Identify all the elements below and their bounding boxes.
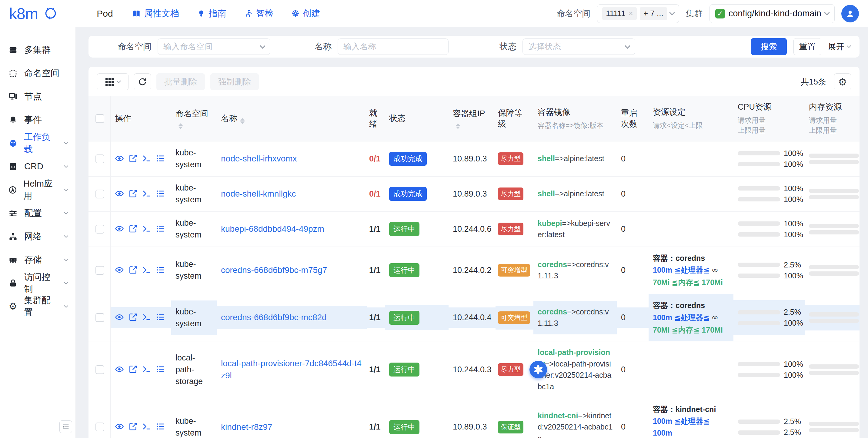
ready-count: 0/1 xyxy=(369,154,381,163)
row-checkbox[interactable] xyxy=(95,190,104,198)
sidebar-item-label: 多集群 xyxy=(24,44,51,56)
row-checkbox[interactable] xyxy=(95,423,104,431)
pod-namespace: local-path-storage xyxy=(176,353,203,386)
sidebar-item-存储[interactable]: 存储 xyxy=(0,248,75,271)
pod-name-link[interactable]: kubepi-68ddbbd494-49pzm xyxy=(221,224,324,234)
chevron-down-icon xyxy=(64,140,68,144)
sidebar-item-多集群[interactable]: 多集群 xyxy=(0,38,75,62)
sidebar-item-节点[interactable]: 节点 xyxy=(0,85,75,108)
terminal-button[interactable] xyxy=(142,154,151,164)
force-delete-button[interactable]: 强制删除 xyxy=(210,73,259,90)
select-all-checkbox[interactable] xyxy=(95,114,104,123)
terminal-button[interactable] xyxy=(142,422,151,432)
row-checkbox[interactable] xyxy=(95,155,104,163)
row-checkbox[interactable] xyxy=(95,365,104,374)
view-button[interactable] xyxy=(115,224,124,234)
view-button[interactable] xyxy=(115,422,124,432)
edit-button[interactable] xyxy=(128,365,137,375)
row-checkbox[interactable] xyxy=(95,225,104,234)
log-button[interactable] xyxy=(156,224,165,234)
row-checkbox[interactable] xyxy=(95,266,104,275)
network-icon xyxy=(8,232,18,241)
namespace-multiselect[interactable]: 11111 × + 7 ... xyxy=(597,4,679,23)
view-button[interactable] xyxy=(115,154,124,164)
nav-label: 创建 xyxy=(303,7,320,20)
pod-name-link[interactable]: node-shell-irhxvomx xyxy=(221,154,297,163)
edit-icon xyxy=(128,265,137,275)
sidebar-item-Helm应用[interactable]: Helm应用 xyxy=(0,178,75,201)
search-button[interactable]: 搜索 xyxy=(751,38,787,55)
table-settings-button[interactable]: ⚙ xyxy=(834,73,851,90)
user-avatar[interactable] xyxy=(841,5,859,23)
terminal-button[interactable] xyxy=(142,265,151,275)
sidebar-item-CRD[interactable]: CRD xyxy=(0,155,75,178)
edit-button[interactable] xyxy=(128,422,137,432)
qos-badge: 可突增型 xyxy=(498,311,530,324)
sidebar: 多集群命名空间节点事件工作负载CRDHelm应用配置网络存储访问控制⚙集群配置 xyxy=(0,27,76,438)
nav-属性文档[interactable]: 属性文档 xyxy=(132,7,179,20)
col-header-namespace[interactable]: 命名空间 xyxy=(171,103,217,134)
sidebar-collapse-button[interactable] xyxy=(59,420,72,433)
app-logo[interactable]: k8m xyxy=(9,4,38,23)
github-icon[interactable] xyxy=(44,7,57,20)
sidebar-item-网络[interactable]: 网络 xyxy=(0,225,75,248)
pod-name-link[interactable]: coredns-668d6bf9bc-mc82d xyxy=(221,313,327,322)
view-button[interactable] xyxy=(115,265,124,275)
cpu-usage: 2.5%2.5% xyxy=(734,409,805,438)
column-layout-button[interactable] xyxy=(97,73,128,90)
terminal-button[interactable] xyxy=(142,313,151,323)
filter-name-input[interactable] xyxy=(338,38,448,55)
edit-button[interactable] xyxy=(128,189,137,199)
terminal-button[interactable] xyxy=(142,224,151,234)
nav-智检[interactable]: 智检 xyxy=(244,7,274,20)
col-header-name[interactable]: 名称 xyxy=(217,107,367,129)
terminal-icon xyxy=(142,189,151,199)
nav-指南[interactable]: 指南 xyxy=(197,7,226,20)
filter-status-select[interactable]: 选择状态 xyxy=(523,38,635,55)
resource-settings: 容器：kindnet-cni100m ≦处理器≦ 100m50Mi ≦内存≦ 5… xyxy=(653,403,730,438)
filter-namespace-select[interactable]: 输入命名空间 xyxy=(158,38,270,55)
log-button[interactable] xyxy=(156,365,165,375)
cluster-select[interactable]: ✓ config/kind-kind-domain xyxy=(710,4,835,23)
edit-button[interactable] xyxy=(128,313,137,323)
terminal-button[interactable] xyxy=(142,189,151,199)
row-checkbox[interactable] xyxy=(95,313,104,322)
log-button[interactable] xyxy=(156,422,165,432)
sidebar-item-工作负载[interactable]: 工作负载 xyxy=(0,131,75,155)
memory-usage xyxy=(805,357,860,382)
pod-namespace: kube-system xyxy=(176,148,202,169)
reset-button[interactable]: 重置 xyxy=(794,38,821,55)
ai-assistant-button[interactable] xyxy=(529,361,547,378)
batch-delete-button[interactable]: 批量删除 xyxy=(156,73,205,90)
view-button[interactable] xyxy=(115,313,124,323)
expand-link[interactable]: 展开 xyxy=(828,41,850,52)
log-button[interactable] xyxy=(156,265,165,275)
pod-name-link[interactable]: coredns-668d6bf9bc-m75g7 xyxy=(221,265,327,275)
view-button[interactable] xyxy=(115,365,124,375)
refresh-button[interactable] xyxy=(134,73,151,90)
container-image: local-path-provisioner=>local-path-provi… xyxy=(538,347,613,392)
pod-name-link[interactable]: kindnet-r8z97 xyxy=(221,422,273,432)
edit-button[interactable] xyxy=(128,265,137,275)
sidebar-item-配置[interactable]: 配置 xyxy=(0,201,75,225)
memory-usage xyxy=(805,216,860,242)
edit-button[interactable] xyxy=(128,224,137,234)
sidebar-item-集群配置[interactable]: ⚙集群配置 xyxy=(0,295,75,318)
edit-button[interactable] xyxy=(128,154,137,164)
terminal-button[interactable] xyxy=(142,365,151,375)
log-button[interactable] xyxy=(156,154,165,164)
col-header-pod-ip[interactable]: 容器组IP xyxy=(448,103,496,134)
log-button[interactable] xyxy=(156,189,165,199)
sidebar-item-事件[interactable]: 事件 xyxy=(0,108,75,131)
log-button[interactable] xyxy=(156,313,165,323)
pod-name-link[interactable]: local-path-provisioner-7dc846544d-t4z9l xyxy=(221,359,362,380)
pod-ip: 10.89.0.3 xyxy=(453,189,487,198)
remove-tag-icon[interactable]: × xyxy=(628,9,633,18)
sidebar-item-label: Helm应用 xyxy=(23,178,59,202)
sidebar-item-命名空间[interactable]: 命名空间 xyxy=(0,62,75,85)
guide-icon xyxy=(197,9,206,18)
sidebar-item-访问控制[interactable]: 访问控制 xyxy=(0,271,75,295)
view-button[interactable] xyxy=(115,189,124,199)
pod-name-link[interactable]: node-shell-kmnllgkc xyxy=(221,189,296,198)
nav-创建[interactable]: ☸创建 xyxy=(291,7,320,20)
